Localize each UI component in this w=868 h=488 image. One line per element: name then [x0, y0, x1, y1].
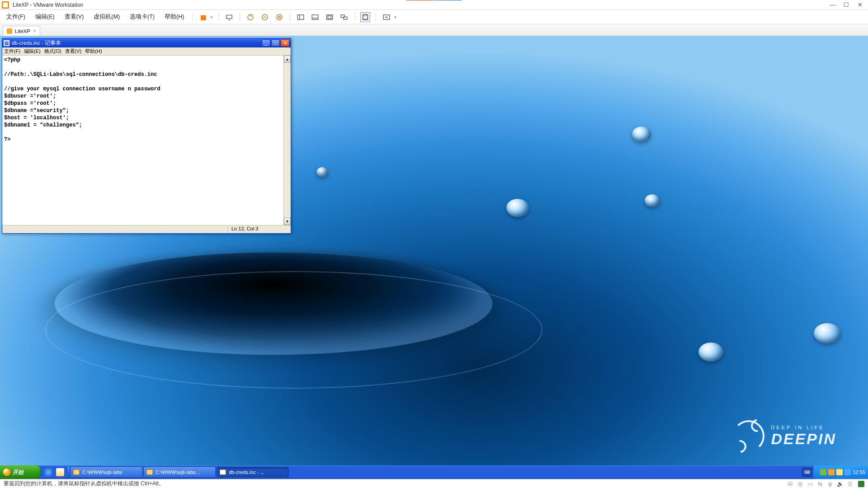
vm-tab-label: LiteXP	[15, 28, 30, 34]
deepin-brand: DEEPIN	[771, 430, 836, 448]
wallpaper-droplet	[632, 127, 651, 142]
device-floppy-icon[interactable]: ▭	[807, 481, 814, 487]
start-orb-icon	[3, 468, 11, 476]
scroll-down-icon[interactable]: ▼	[284, 218, 291, 225]
xp-taskbar: 开始 C:\WWW\sqli-labs C:\WWW\sqli-labs... …	[0, 465, 868, 479]
notepad-menu-format[interactable]: 格式(O)	[44, 48, 61, 55]
tray-clock[interactable]: 12:55	[853, 469, 865, 475]
notepad-minimize-button[interactable]: _	[262, 39, 270, 47]
host-minimize-button[interactable]: ―	[829, 2, 836, 8]
notepad-close-button[interactable]: ✕	[281, 39, 289, 47]
quick-launch-ie-icon[interactable]	[44, 468, 52, 476]
notepad-menubar: 文件(F) 编辑(E) 格式(O) 查看(V) 帮助(H)	[2, 47, 291, 56]
device-harddisk-icon[interactable]: ⛁	[787, 481, 794, 487]
notepad-menu-view[interactable]: 查看(V)	[65, 48, 82, 55]
send-ctrl-alt-del-button[interactable]	[224, 12, 234, 22]
notepad-cursor-position: Ln 12, Col 3	[227, 225, 291, 233]
notepad-maximize-button[interactable]: □	[271, 39, 280, 47]
snapshot-revert-button[interactable]	[260, 12, 270, 22]
tray-volume-icon[interactable]	[836, 469, 843, 475]
scroll-up-icon[interactable]: ▲	[284, 56, 291, 63]
notepad-body: <?php //Path:.\SQLi-Labs\sql-connections…	[2, 56, 291, 225]
vmware-app-icon	[2, 1, 9, 9]
menu-file[interactable]: 文件(F)	[4, 11, 28, 23]
deepin-tagline: DEEP IN LIFE	[771, 425, 836, 430]
host-status-message: 要返回到您的计算机，请将鼠标指针从虚拟机中移出或按 Ctrl+Alt。	[4, 480, 784, 488]
menu-view[interactable]: 查看(V)	[62, 11, 87, 23]
task-label: db-creds.inc - ...	[229, 469, 264, 475]
wallpaper-ripple	[45, 271, 542, 389]
device-sound-icon[interactable]: 🔉	[836, 481, 844, 487]
tray-shield-icon[interactable]	[820, 469, 826, 475]
layout-sidebar-button[interactable]	[296, 12, 306, 22]
host-tabbar: LiteXP ×	[0, 24, 868, 36]
host-close-button[interactable]: ✕	[856, 2, 863, 8]
vm-tab-litexp[interactable]: LiteXP ×	[3, 26, 40, 36]
host-window-title: LiteXP - VMware Workstation	[13, 2, 83, 8]
notepad-scrollbar[interactable]: ▲ ▼	[283, 56, 291, 225]
svg-point-3	[277, 14, 282, 20]
notepad-title-text: db-creds.inc - 记事本	[12, 40, 261, 47]
vm-pause-dropdown[interactable]: ▾	[211, 15, 213, 19]
notepad-titlebar[interactable]: db-creds.inc - 记事本 _ □ ✕	[2, 38, 291, 47]
fullscreen-button[interactable]	[360, 12, 370, 22]
notepad-window[interactable]: db-creds.inc - 记事本 _ □ ✕ 文件(F) 编辑(E) 格式(…	[2, 38, 291, 234]
taskbar-tasks: C:\WWW\sqli-labs C:\WWW\sqli-labs... db-…	[69, 465, 802, 479]
tray-misc-icon[interactable]	[844, 469, 851, 475]
vm-pause-button[interactable]: ▮▮	[198, 12, 208, 22]
svg-rect-11	[363, 14, 368, 19]
host-statusbar: 要返回到您的计算机，请将鼠标指针从虚拟机中移出或按 Ctrl+Alt。 ⛁ ◎ …	[0, 479, 868, 488]
vm-tab-close-button[interactable]: ×	[33, 28, 36, 34]
menu-edit[interactable]: 编辑(E)	[33, 11, 57, 23]
menu-tabs[interactable]: 选项卡(T)	[127, 11, 157, 23]
device-usb-icon[interactable]: ψ	[826, 481, 834, 487]
device-printer-icon[interactable]: ⎙	[846, 481, 854, 487]
notepad-icon	[4, 40, 9, 46]
notepad-menu-file[interactable]: 文件(F)	[4, 48, 20, 55]
svg-rect-6	[312, 14, 319, 19]
device-cdrom-icon[interactable]: ◎	[797, 481, 804, 487]
notepad-icon	[220, 469, 226, 475]
vm-running-indicator	[858, 481, 864, 487]
host-menubar: 文件(F) 编辑(E) 查看(V) 虚拟机(M) 选项卡(T) 帮助(H) ▮▮…	[0, 10, 868, 24]
language-indicator[interactable]: ⌨	[802, 468, 812, 477]
notepad-statusbar: Ln 12, Col 3	[2, 225, 291, 233]
wallpaper-droplet	[316, 167, 328, 177]
menu-help[interactable]: 帮助(H)	[162, 11, 187, 23]
notepad-menu-edit[interactable]: 编辑(E)	[24, 48, 41, 55]
taskbar-item-folder-1[interactable]: C:\WWW\sqli-labs	[70, 467, 142, 478]
layout-thumbnail-button[interactable]	[310, 12, 320, 22]
vm-tab-icon	[7, 28, 12, 34]
host-titlebar: LiteXP - VMware Workstation ― ☐ ✕	[0, 0, 868, 10]
svg-rect-8	[328, 16, 332, 19]
device-network-icon[interactable]: ⇆	[816, 481, 824, 487]
taskbar-item-folder-2[interactable]: C:\WWW\sqli-labs...	[143, 467, 216, 478]
svg-point-4	[278, 16, 281, 18]
deepin-swirl-icon	[733, 420, 764, 452]
guest-desktop[interactable]: DEEP IN LIFE DEEPIN db-creds.inc - 记事本 _…	[0, 36, 868, 479]
snapshot-manager-button[interactable]	[274, 12, 284, 22]
quick-launch-explorer-icon[interactable]	[56, 468, 64, 476]
wallpaper-droplet	[814, 323, 841, 343]
task-label: C:\WWW\sqli-labs...	[156, 469, 200, 475]
host-maximize-button[interactable]: ☐	[843, 2, 850, 8]
browser-tab-strip-hint	[406, 0, 462, 0]
notepad-menu-help[interactable]: 帮助(H)	[85, 48, 102, 55]
wallpaper-droplet	[506, 199, 529, 217]
view-cycle-dropdown[interactable]: ▾	[394, 15, 396, 19]
menu-vm[interactable]: 虚拟机(M)	[91, 11, 123, 23]
system-tray: 12:55	[814, 465, 868, 479]
folder-icon	[146, 469, 153, 475]
taskbar-item-notepad[interactable]: db-creds.inc - ...	[217, 467, 289, 478]
tray-network-icon[interactable]	[828, 469, 835, 475]
start-button[interactable]: 开始	[0, 465, 41, 479]
wallpaper-logo: DEEP IN LIFE DEEPIN	[733, 420, 836, 452]
svg-rect-0	[226, 15, 232, 19]
snapshot-take-button[interactable]	[245, 12, 255, 22]
start-label: 开始	[13, 469, 24, 476]
notepad-text-area[interactable]: <?php //Path:.\SQLi-Labs\sql-connections…	[2, 56, 291, 144]
layout-quickswitch-button[interactable]	[325, 12, 335, 22]
wallpaper-droplet	[698, 343, 723, 361]
view-cycle-button[interactable]	[382, 12, 392, 22]
layout-unity-button[interactable]	[339, 12, 349, 22]
